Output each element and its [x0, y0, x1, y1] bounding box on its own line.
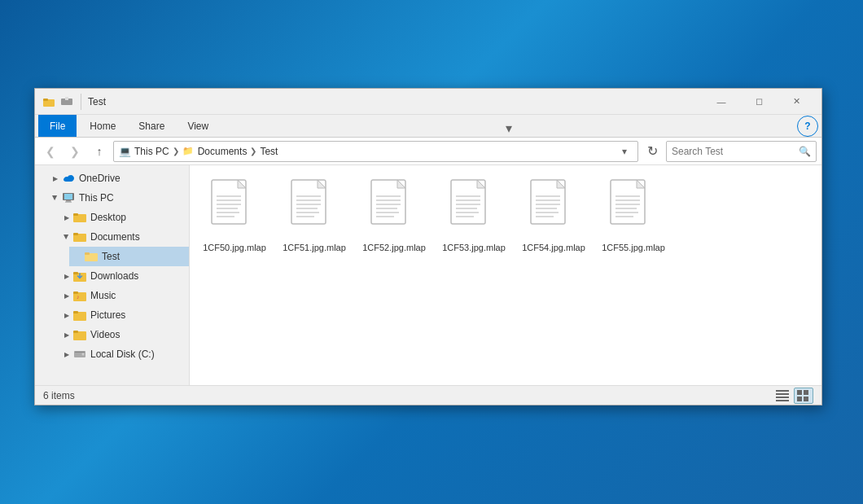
path-segment: 💻 This PC — [119, 146, 169, 157]
svg-rect-69 — [776, 393, 789, 395]
folder-documents-icon — [72, 230, 87, 244]
status-bar: 6 items — [35, 385, 821, 405]
music-icon: ♪ — [72, 288, 87, 303]
file-icon-3 — [448, 178, 500, 239]
expand-arrow-thispc: ▶ — [50, 192, 61, 204]
svg-text:♪: ♪ — [77, 294, 80, 300]
sidebar-item-this-pc[interactable]: ▶ This PC — [46, 188, 189, 208]
sidebar-item-test[interactable]: Test — [69, 247, 189, 266]
sidebar-item-desktop[interactable]: ▶ Desktop — [58, 208, 189, 227]
path-arrow-2: ❯ — [250, 147, 256, 156]
file-item[interactable]: 1CF55.jpg.mlap — [597, 173, 670, 256]
path-documents: 📁 Documents — [182, 146, 248, 157]
search-icon[interactable]: 🔍 — [799, 146, 811, 157]
sidebar-label-test: Test — [102, 251, 120, 262]
svg-rect-71 — [776, 400, 789, 401]
refresh-button[interactable]: ↻ — [642, 141, 663, 162]
file-item[interactable]: 1CF52.jpg.mlap — [357, 173, 431, 256]
window-title: Test — [88, 96, 703, 107]
svg-rect-22 — [73, 331, 78, 333]
sidebar-label-onedrive: OneDrive — [79, 173, 120, 184]
title-folder-icon — [42, 94, 56, 109]
search-box[interactable]: 🔍 — [666, 141, 817, 162]
ribbon: File Home Share View ▾ ? — [35, 115, 821, 138]
sidebar-item-onedrive[interactable]: ▶ OneDrive — [46, 169, 189, 188]
window-controls: — ◻ ✕ — [703, 89, 815, 115]
expand-arrow-desktop: ▶ — [61, 212, 72, 223]
file-item[interactable]: 1CF54.jpg.mlap — [517, 173, 590, 256]
expand-arrow-disk: ▶ — [61, 348, 72, 360]
file-name-0: 1CF50.jpg.mlap — [203, 242, 266, 253]
tab-file[interactable]: File — [38, 115, 77, 137]
file-item[interactable]: 1CF51.jpg.mlap — [278, 173, 351, 256]
address-dropdown[interactable]: ▾ — [616, 142, 633, 160]
file-explorer-window: Test — ◻ ✕ File Home Share View ▾ ? ❮ ❯ … — [34, 88, 822, 405]
pc-icon — [61, 191, 76, 205]
svg-rect-7 — [65, 202, 72, 203]
svg-rect-9 — [73, 213, 78, 216]
expand-arrow: ▶ — [50, 173, 61, 184]
title-bar-icons — [42, 94, 74, 109]
sidebar-label-this-pc: This PC — [79, 192, 114, 204]
sidebar-item-videos[interactable]: ▶ Videos — [58, 325, 189, 344]
path-test: Test — [260, 146, 278, 157]
file-icon-0 — [208, 178, 261, 239]
status-items-count: 6 items — [43, 390, 773, 401]
file-item[interactable]: 1CF50.jpg.mlap — [198, 173, 271, 256]
svg-rect-72 — [797, 390, 802, 395]
sidebar-item-music[interactable]: ▶ ♪ Music — [58, 286, 189, 305]
view-details-button[interactable] — [773, 388, 792, 404]
svg-rect-15 — [73, 272, 78, 274]
path-documents-label: Documents — [198, 146, 248, 157]
tab-view[interactable]: View — [176, 115, 220, 137]
videos-icon — [72, 327, 87, 342]
sidebar-item-documents[interactable]: ▶ Documents — [58, 227, 189, 247]
sidebar-label-videos: Videos — [90, 329, 120, 340]
expand-arrow-downloads: ▶ — [61, 270, 72, 282]
help-button[interactable]: ? — [797, 116, 818, 137]
search-input[interactable] — [672, 146, 799, 157]
sidebar-label-desktop: Desktop — [90, 212, 126, 223]
close-button[interactable]: ✕ — [778, 89, 815, 115]
sidebar-item-pictures[interactable]: ▶ Pictures — [58, 305, 189, 325]
path-arrow-1: ❯ — [173, 147, 179, 156]
sidebar-label-pictures: Pictures — [90, 309, 125, 321]
svg-rect-13 — [85, 252, 90, 255]
file-icon-2 — [368, 178, 420, 239]
folder-desktop-icon — [72, 210, 87, 225]
file-icon-1 — [288, 178, 340, 239]
address-bar: ❮ ❯ ↑ 💻 This PC ❯ 📁 Documents ❯ Test ▾ ↻… — [35, 138, 821, 165]
folder-test-icon — [84, 249, 99, 264]
view-large-icons-button[interactable] — [794, 388, 813, 404]
path-test-label: Test — [260, 146, 278, 157]
nav-back-button[interactable]: ❮ — [40, 141, 61, 162]
file-name-2: 1CF52.jpg.mlap — [362, 242, 426, 253]
svg-rect-68 — [776, 390, 789, 392]
expand-arrow-pictures: ▶ — [61, 309, 72, 321]
file-name-3: 1CF53.jpg.mlap — [442, 242, 506, 253]
path-this-pc: This PC — [134, 146, 169, 157]
minimize-button[interactable]: — — [703, 89, 740, 115]
title-divider — [81, 94, 81, 110]
main-area: ▶ OneDrive ▶ This PC ▶ Desktop — [35, 165, 821, 385]
nav-forward-button[interactable]: ❯ — [64, 141, 85, 162]
ribbon-dropdown[interactable]: ▾ — [501, 119, 517, 137]
sidebar-label-music: Music — [90, 290, 116, 301]
tab-share[interactable]: Share — [127, 115, 176, 137]
nav-up-button[interactable]: ↑ — [89, 141, 110, 162]
tab-home[interactable]: Home — [78, 115, 127, 137]
svg-rect-75 — [804, 397, 808, 401]
title-bar: Test — ◻ ✕ — [35, 89, 821, 115]
address-path[interactable]: 💻 This PC ❯ 📁 Documents ❯ Test ▾ — [113, 141, 638, 162]
sidebar-item-downloads[interactable]: ▶ Downloads — [58, 266, 189, 286]
file-item[interactable]: 1CF53.jpg.mlap — [437, 173, 510, 256]
maximize-button[interactable]: ◻ — [740, 89, 778, 115]
sidebar-item-local-disk[interactable]: ▶ Local Disk (C:) — [58, 344, 189, 364]
file-icon-5 — [607, 178, 659, 239]
expand-arrow-videos: ▶ — [61, 329, 72, 340]
svg-rect-6 — [66, 200, 71, 202]
file-area: 1CF50.jpg.mlap 1CF51.jpg.mlap — [190, 165, 821, 385]
expand-arrow-music: ▶ — [61, 290, 72, 301]
file-icon-4 — [528, 178, 580, 239]
pictures-icon — [72, 308, 87, 322]
